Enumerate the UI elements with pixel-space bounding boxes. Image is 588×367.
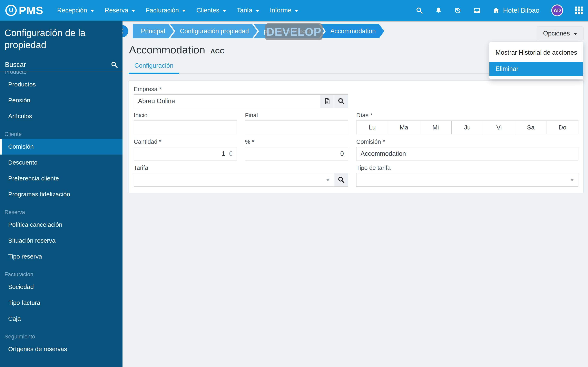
cantidad-input[interactable]	[138, 147, 225, 160]
menu-clientes[interactable]: Clientes	[192, 0, 231, 21]
comision-input[interactable]	[361, 147, 574, 160]
sidebar-item-preferencia-cliente[interactable]: Preferencia cliente	[0, 170, 122, 186]
sidebar-item-situacion-reserva[interactable]: Situación reserva	[0, 233, 122, 249]
inicio-control	[134, 120, 237, 134]
breadcrumb-configuracion-propiedad[interactable]: Configuración propiedad	[170, 24, 258, 38]
sidebar-item-productos[interactable]: Productos	[0, 76, 122, 92]
develop-watermark: DEVELOP	[265, 23, 323, 40]
history-icon[interactable]	[454, 7, 461, 14]
app-logo[interactable]: U PMS	[5, 4, 43, 17]
breadcrumb-principal[interactable]: Principal	[133, 24, 174, 38]
empresa-control	[134, 94, 320, 108]
sidebar-item-tipo-reserva[interactable]: Tipo reserva	[0, 249, 122, 264]
menu-item-mostrar-historial[interactable]: Mostrar Historial de acciones	[489, 44, 583, 61]
options-button-label: Opciones	[543, 30, 570, 37]
day-toggle-do[interactable]: Do	[547, 120, 579, 134]
comision-label: Comisión *	[356, 138, 579, 145]
sidebar-item-pension[interactable]: Pensión	[0, 92, 122, 108]
final-control	[245, 120, 348, 134]
search-icon[interactable]	[111, 61, 118, 68]
day-toggle-mi[interactable]: Mi	[420, 120, 452, 134]
field-tipo-tarifa: Tipo de tarifa	[356, 165, 579, 187]
sidebar-item-caja[interactable]: Caja	[0, 311, 122, 327]
field-final: Final	[245, 112, 348, 134]
sidebar-item-comision[interactable]: Comisión	[0, 139, 122, 155]
sidebar-section-facturacion: Facturación	[4, 271, 122, 278]
day-toggle-sa[interactable]: Sa	[515, 120, 546, 134]
tipo-tarifa-select[interactable]	[356, 173, 579, 187]
sidebar-item-programas-fidelizacion[interactable]: Programas fidelización	[0, 186, 122, 202]
menu-label: Clientes	[196, 7, 219, 14]
inbox-icon[interactable]	[473, 7, 481, 14]
day-toggle-ju[interactable]: Ju	[452, 120, 483, 134]
day-toggle-vi[interactable]: Vi	[483, 120, 515, 134]
spacer	[356, 86, 579, 108]
field-comision: Comisión *	[356, 138, 579, 160]
options-button[interactable]: Opciones	[537, 26, 584, 40]
menu-label: Facturación	[146, 7, 179, 14]
menu-facturacion[interactable]: Facturación	[141, 0, 190, 21]
menu-label: Tarifa	[237, 7, 252, 14]
commission-form: Empresa *	[134, 86, 579, 187]
chevron-down-icon	[182, 10, 186, 12]
options-dropdown-menu: Mostrar Historial de acciones Eliminar	[489, 42, 583, 79]
chevron-down-icon	[90, 10, 94, 12]
euro-currency-suffix: €	[229, 150, 233, 158]
sidebar-item-articulos[interactable]: Artículos	[0, 108, 122, 124]
porcentaje-input[interactable]	[249, 147, 344, 160]
search-icon[interactable]	[416, 7, 423, 14]
empresa-search-button[interactable]	[334, 94, 348, 108]
bell-icon[interactable]	[435, 7, 442, 14]
chevron-down-icon	[295, 10, 298, 12]
menu-item-eliminar[interactable]: Eliminar	[489, 62, 583, 76]
avatar[interactable]: AD	[551, 4, 563, 16]
chevron-down-icon	[573, 33, 577, 35]
menu-reserva[interactable]: Reserva	[100, 0, 140, 21]
menu-label: Informe	[270, 7, 291, 14]
sidebar-item-tipo-factura[interactable]: Tipo factura	[0, 295, 122, 311]
sidebar-section-producto: Producto	[4, 71, 122, 75]
chevron-down-icon	[326, 179, 330, 181]
sidebar-item-descuento[interactable]: Descuento	[0, 155, 122, 170]
navbar-right-tools: Hotel Bilbao AD	[416, 4, 583, 16]
property-selector[interactable]: Hotel Bilbao	[493, 7, 539, 14]
day-toggle-group: Lu Ma Mi Ju Vi Sa Do	[356, 120, 579, 134]
tipo-tarifa-input[interactable]	[361, 173, 570, 186]
main-content: Principal Configuración propiedad profil…	[122, 21, 588, 367]
breadcrumb-accommodation[interactable]: Accommodation	[320, 24, 384, 38]
sidebar-item-sociedad[interactable]: Sociedad	[0, 279, 122, 295]
property-name: Hotel Bilbao	[503, 7, 539, 14]
menu-recepcion[interactable]: Recepción	[53, 0, 98, 21]
tarifa-input[interactable]	[138, 173, 326, 186]
tarifa-select[interactable]	[134, 173, 334, 187]
breadcrumb: Principal Configuración propiedad profil…	[133, 24, 584, 38]
day-toggle-ma[interactable]: Ma	[388, 120, 420, 134]
apps-grid-icon[interactable]	[575, 7, 583, 14]
menu-informe[interactable]: Informe	[265, 0, 303, 21]
chevron-down-icon	[223, 10, 226, 12]
sidebar-item-politica-cancelacion[interactable]: Política cancelación	[0, 217, 122, 233]
chevron-down-icon	[570, 179, 574, 181]
inicio-label: Inicio	[134, 112, 237, 119]
day-toggle-lu[interactable]: Lu	[356, 120, 388, 134]
chevron-down-icon	[131, 10, 135, 12]
menu-tarifa[interactable]: Tarifa	[232, 0, 264, 21]
sidebar-section-cliente: Cliente	[4, 131, 122, 137]
app-window: U PMS Recepción Reserva Facturación Clie…	[0, 0, 588, 367]
top-navbar: U PMS Recepción Reserva Facturación Clie…	[0, 0, 588, 21]
final-input[interactable]	[249, 121, 344, 134]
chevron-down-icon	[256, 10, 259, 12]
porcentaje-label: % *	[245, 138, 348, 145]
page-title: Accommodation	[129, 44, 205, 56]
configuration-panel: Empresa *	[129, 80, 584, 193]
tarifa-label: Tarifa	[134, 165, 348, 171]
empresa-open-record-button[interactable]	[320, 94, 334, 108]
sidebar-item-origenes-de-reservas[interactable]: Orígenes de reservas	[0, 341, 122, 357]
dias-label: Días *	[356, 112, 579, 119]
inicio-input[interactable]	[138, 121, 233, 134]
sidebar: Configuración de la propiedad Producto P…	[0, 21, 122, 367]
tab-configuracion[interactable]: Configuración	[129, 62, 179, 74]
empresa-input[interactable]	[138, 95, 316, 108]
tarifa-search-button[interactable]	[334, 173, 348, 187]
sidebar-search-input[interactable]	[4, 60, 111, 69]
